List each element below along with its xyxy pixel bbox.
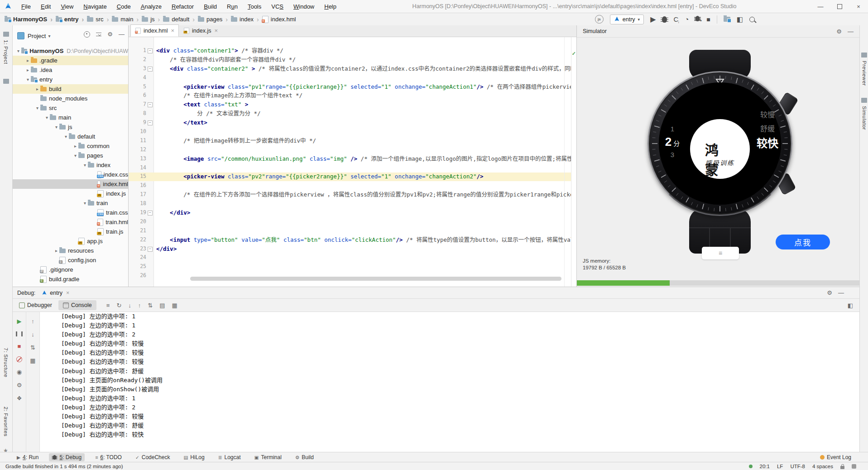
editor-tab-index.js[interactable]: JSindex.js× (179, 24, 222, 37)
tree-item-common[interactable]: ▸common (13, 141, 128, 151)
menu-file[interactable]: File (16, 3, 36, 10)
fold-marker-icon[interactable]: − (148, 120, 153, 125)
code-line-15[interactable]: <picker-view class="pv2"range="{{picker2… (156, 172, 571, 181)
settings-button[interactable]: ⚙ (17, 382, 22, 388)
left-picker-item[interactable]: 2 分 (665, 135, 680, 149)
tree-down-arrow-icon[interactable]: ▾ (15, 48, 21, 53)
status-item[interactable]: UTF-8 (790, 464, 805, 469)
horizontal-scrollbar[interactable] (190, 277, 561, 281)
mute-breakpoints-button[interactable] (16, 356, 22, 362)
tree-item-build.gradle[interactable]: Gbuild.gradle (13, 274, 128, 284)
tree-down-arrow-icon[interactable]: ▾ (82, 163, 88, 168)
code-line-18[interactable] (156, 199, 571, 208)
commit-tool-icon[interactable] (3, 79, 9, 84)
toolwindow-build[interactable]: ⚙Build (292, 453, 317, 461)
status-item[interactable]: 4 spaces (812, 464, 833, 469)
tree-item-build[interactable]: ▸build (13, 84, 128, 94)
breadcrumb-item-index.hml[interactable]: Hindex.hml (262, 16, 296, 23)
menu-code[interactable]: Code (112, 3, 136, 10)
code-line-5[interactable]: <picker-view class="pv1"range="{{picker1… (156, 82, 571, 91)
soft-wrap-icon[interactable]: ▤ (159, 302, 165, 309)
gear-icon[interactable]: ⚙ (107, 31, 113, 38)
code-line-1[interactable]: <div class="container1"> /* 容器div */ (156, 46, 571, 55)
right-picker-item[interactable]: 较慢 (760, 109, 775, 120)
breadcrumb-item-src[interactable]: src› (87, 16, 112, 23)
tree-item-train.css[interactable]: CSStrain.css (13, 208, 128, 217)
js-profiler-icon[interactable]: js (595, 15, 604, 24)
toolwindow-logcat[interactable]: ≣Logcat (215, 453, 244, 461)
code-line-19[interactable]: </div> (156, 208, 571, 217)
swap-icon[interactable]: ⇅ (30, 345, 35, 351)
breadcrumb-item-HarmonyOS[interactable]: HarmonyOS› (5, 16, 56, 23)
menu-vcs[interactable]: VCS (266, 3, 288, 10)
tree-item-resources[interactable]: ▸resources (13, 246, 128, 255)
menu-edit[interactable]: Edit (36, 3, 56, 10)
tool-stripe-previewer[interactable]: Previewer (862, 61, 867, 86)
layout-icon[interactable]: ▦ (30, 358, 35, 364)
tool-stripe-project[interactable]: 1: Project (3, 40, 9, 64)
tree-down-arrow-icon[interactable]: ▾ (44, 115, 50, 120)
indicator-icon[interactable] (852, 464, 856, 469)
tree-right-arrow-icon[interactable]: ▸ (25, 67, 31, 72)
tree-item-index.css[interactable]: CSSindex.css (13, 170, 128, 179)
pause-program-button[interactable] (16, 331, 23, 336)
collapse-all-icon[interactable] (96, 32, 101, 37)
code-line-22[interactable]: <input type="button" value="点我" class="b… (156, 235, 571, 245)
code-line-10[interactable] (156, 127, 571, 136)
tree-down-arrow-icon[interactable]: ▾ (82, 201, 88, 206)
attach-debugger-button[interactable]: ↘ (695, 15, 700, 24)
scroll-down-icon[interactable]: ↓ (128, 302, 131, 309)
step-down-icon[interactable]: ↓ (31, 331, 34, 338)
code-line-25[interactable] (156, 262, 571, 271)
tree-down-arrow-icon[interactable]: ▾ (25, 77, 31, 82)
code-line-24[interactable] (156, 253, 571, 262)
tree-down-arrow-icon[interactable]: ▾ (53, 125, 59, 129)
fold-marker-icon[interactable]: − (148, 67, 153, 72)
tool-stripe-favorites[interactable]: 2: Favorites (3, 407, 9, 436)
menu-tools[interactable]: Tools (243, 3, 266, 10)
breadcrumb-item-js[interactable]: js› (142, 16, 163, 23)
menu-analyze[interactable]: Analyze (136, 3, 167, 10)
toolwindow-event-log[interactable]: Event Log (817, 453, 854, 461)
gear-icon[interactable]: ⚙ (827, 289, 832, 296)
simulator-tool-icon[interactable] (861, 98, 867, 103)
close-tab-icon[interactable]: × (171, 27, 175, 34)
tree-item-train[interactable]: ▾train (13, 198, 128, 208)
code-line-17[interactable]: /* 在组件的上下方各添加一个选择器组件pickerview ，将属性class… (156, 190, 571, 199)
toolwindow-4-run[interactable]: ▶4: Run (14, 453, 42, 461)
scroll-up-icon[interactable]: ↑ (138, 302, 141, 309)
tree-item-main[interactable]: ▾main (13, 113, 128, 122)
status-item[interactable]: LF (777, 464, 783, 469)
fold-marker-icon[interactable]: − (148, 48, 153, 53)
menu-run[interactable]: Run (222, 3, 243, 10)
scroll-ends-icon[interactable]: ⇅ (148, 302, 153, 309)
search-everywhere-button[interactable] (749, 17, 755, 22)
hide-panel-icon[interactable]: — (838, 289, 844, 296)
stop-button[interactable]: ■ (706, 16, 710, 23)
editor-tab-index.hml[interactable]: Hindex.hml× (130, 24, 179, 37)
breadcrumb-item-pages[interactable]: pages› (198, 16, 231, 23)
attach-profiler-button[interactable]: C↓ (673, 16, 678, 23)
maximize-window-button[interactable] (830, 0, 849, 13)
code-line-4[interactable] (156, 73, 571, 82)
tree-item-index.js[interactable]: JSindex.js (13, 189, 128, 198)
tree-item-entry[interactable]: ▾entry (13, 75, 128, 84)
right-picker-item[interactable]: 舒缓 (760, 123, 775, 134)
tree-item-config.json[interactable]: {}config.json (13, 255, 128, 265)
menu-navigate[interactable]: Navigate (78, 3, 111, 10)
restore-layout-icon[interactable]: ◧ (848, 302, 853, 309)
fold-marker-icon[interactable]: − (148, 102, 153, 107)
code-line-3[interactable]: <div class="container2" > /* 将属性class的值设… (156, 64, 571, 73)
close-window-button[interactable]: × (849, 0, 868, 13)
toolwindow-hilog[interactable]: ▤HiLog (180, 453, 207, 461)
status-item[interactable]: 20:1 (760, 464, 770, 469)
tree-item-js[interactable]: ▾js (13, 122, 128, 132)
code-line-9[interactable]: </text> (156, 118, 571, 127)
error-stripe[interactable]: ✓ (571, 37, 576, 287)
code-line-13[interactable]: <image src="/common/huxixunlian.png" cla… (156, 154, 571, 163)
console-output[interactable]: [Debug] 左边的选中项: 1[Debug] 左边的选中项: 1[Debug… (40, 312, 859, 452)
run-button[interactable]: ▶ (650, 16, 656, 23)
tree-item-.gitignore[interactable]: ∅.gitignore (13, 265, 128, 274)
tool-stripe-simulator[interactable]: Simulator (862, 106, 867, 130)
menu-icon[interactable]: ≡ (106, 302, 110, 309)
